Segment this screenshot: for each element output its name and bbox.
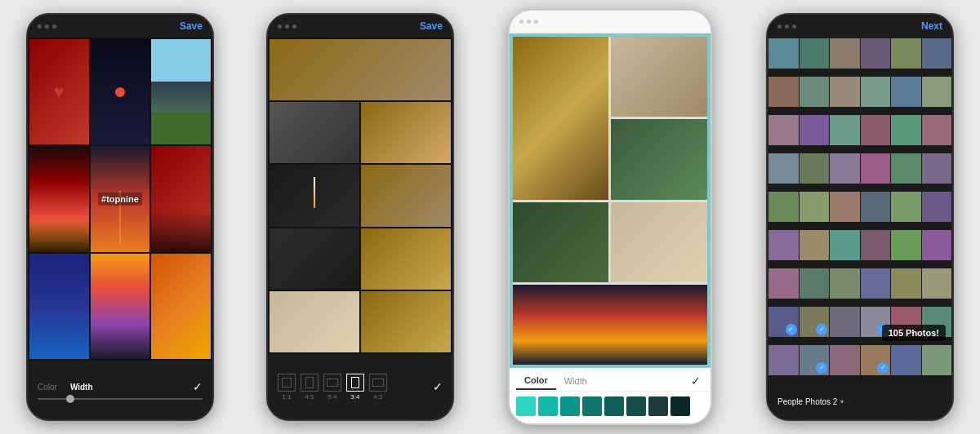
photo-thumb-49[interactable] [768, 345, 799, 375]
photo-thumb-26[interactable] [800, 192, 830, 222]
collage-cell-2 [91, 39, 150, 144]
phone1-topbar: Save [28, 15, 212, 38]
phone1-slider-thumb[interactable] [66, 395, 74, 403]
photo-thumb-17[interactable] [891, 115, 921, 145]
phone1-color-tab[interactable]: Color [38, 383, 57, 392]
photo-thumb-38[interactable] [800, 268, 830, 299]
photo-thumb-24[interactable] [922, 153, 952, 184]
phone2-ratio-options: 1:1 4:5 5:4 [278, 374, 443, 401]
photo-thumb-29[interactable] [891, 192, 921, 222]
photo-thumb-6[interactable] [922, 38, 952, 69]
swatch-6[interactable] [626, 396, 646, 416]
photo-thumb-12[interactable] [922, 77, 952, 107]
phone3: Color Width ✓ [508, 9, 712, 425]
photo-thumb-53[interactable] [891, 345, 921, 375]
photo-thumb-46[interactable] [861, 307, 891, 337]
phone2-bottom-controls: 1:1 4:5 5:4 [268, 354, 452, 419]
photo-thumb-40[interactable] [861, 268, 891, 299]
photo-thumb-45[interactable] [830, 307, 860, 337]
swatch-2[interactable] [538, 396, 558, 416]
photo-thumb-41[interactable] [891, 268, 921, 299]
phone3-dot1 [519, 20, 523, 24]
photo-thumb-14[interactable] [800, 115, 830, 145]
swatch-3[interactable] [560, 396, 580, 416]
photo-thumb-30[interactable] [922, 192, 952, 222]
phone4-album-dropdown[interactable]: People Photos 2 ▾ [777, 397, 844, 406]
collage-cell-7 [29, 254, 89, 359]
ratio-5-4-btn[interactable]: 5:4 [323, 374, 341, 401]
photo-thumb-39[interactable] [830, 268, 860, 299]
phone2-check[interactable]: ✓ [433, 380, 443, 393]
photo-thumb-8[interactable] [800, 77, 830, 107]
photo-thumb-3[interactable] [830, 38, 860, 69]
photo-thumb-20[interactable] [800, 153, 830, 184]
photo-thumb-44[interactable] [800, 307, 830, 337]
photo-thumb-36[interactable] [922, 230, 952, 260]
photo-thumb-51[interactable] [830, 345, 860, 375]
collage-cell-4 [29, 146, 89, 251]
swatch-7[interactable] [648, 396, 668, 416]
p3-cell-friends [513, 37, 609, 200]
photo-thumb-19[interactable] [768, 153, 799, 184]
ratio-3-4-btn[interactable]: 3:4 [346, 374, 364, 401]
phone1-tabs: Color Width ✓ [38, 380, 203, 393]
phone4-next-button[interactable]: Next [921, 20, 942, 32]
ratio-1-1-icon [278, 374, 296, 392]
photo-thumb-28[interactable] [861, 192, 891, 222]
ratio-4-3-btn[interactable]: 4:3 [369, 374, 387, 401]
photo-thumb-15[interactable] [830, 115, 860, 145]
photo-thumb-4[interactable] [861, 38, 891, 69]
photo-thumb-5[interactable] [891, 38, 921, 69]
photo-thumb-11[interactable] [891, 77, 921, 107]
phone1-width-tab[interactable]: Width [70, 383, 93, 392]
photo-thumb-35[interactable] [891, 230, 921, 260]
dot1 [38, 24, 42, 29]
photo-thumb-48[interactable] [922, 307, 952, 337]
photo-thumb-9[interactable] [830, 77, 860, 107]
phone2-save-button[interactable]: Save [420, 20, 443, 32]
photo-thumb-33[interactable] [830, 230, 860, 260]
photo-thumb-42[interactable] [922, 268, 952, 299]
ratio-4-5-btn[interactable]: 4:5 [301, 374, 318, 401]
photo-thumb-43[interactable] [768, 307, 799, 337]
phone1-slider[interactable] [38, 398, 203, 400]
photo-thumb-25[interactable] [768, 192, 799, 222]
phone2-content: 1:1 4:5 5:4 [268, 38, 452, 419]
collage-cell-9 [151, 254, 211, 359]
photo-thumb-27[interactable] [830, 192, 860, 222]
photo-thumb-10[interactable] [861, 77, 891, 107]
p2-cell-sparkler [270, 165, 359, 226]
phone1-collage: ♥ [28, 38, 212, 361]
photo-thumb-32[interactable] [800, 230, 830, 260]
swatch-1[interactable] [516, 396, 536, 416]
photo-thumb-23[interactable] [891, 153, 921, 184]
swatch-5[interactable] [604, 396, 624, 416]
photo-thumb-18[interactable] [922, 115, 952, 145]
photo-thumb-13[interactable] [768, 115, 799, 145]
topnine-text: #topnine [98, 193, 142, 206]
swatch-8[interactable] [670, 396, 690, 416]
photo-thumb-31[interactable] [768, 230, 799, 260]
photo-thumb-50[interactable] [800, 345, 830, 375]
photo-thumb-7[interactable] [768, 77, 799, 107]
ratio-4-5-icon [301, 374, 318, 392]
photo-thumb-52[interactable] [861, 345, 891, 375]
phone3-color-tab[interactable]: Color [516, 372, 556, 390]
photo-thumb-21[interactable] [830, 153, 860, 184]
photo-thumb-34[interactable] [861, 230, 891, 260]
photo-thumb-1[interactable] [768, 38, 799, 69]
photo-thumb-37[interactable] [768, 268, 799, 299]
phone3-width-tab[interactable]: Width [556, 373, 595, 389]
photo-thumb-2[interactable] [800, 38, 830, 69]
ratio-1-1-btn[interactable]: 1:1 [278, 374, 296, 401]
photo-thumb-22[interactable] [861, 153, 891, 184]
photo-thumb-54[interactable] [922, 345, 952, 375]
swatch-4[interactable] [582, 396, 602, 416]
phone1-check[interactable]: ✓ [193, 380, 203, 393]
phone1-save-button[interactable]: Save [180, 20, 203, 32]
phone3-check[interactable]: ✓ [688, 371, 704, 391]
photo-thumb-47[interactable] [891, 307, 921, 337]
ratio-5-4-label: 5:4 [327, 393, 336, 401]
p2-cell-friends-group [361, 291, 451, 352]
photo-thumb-16[interactable] [861, 115, 891, 145]
